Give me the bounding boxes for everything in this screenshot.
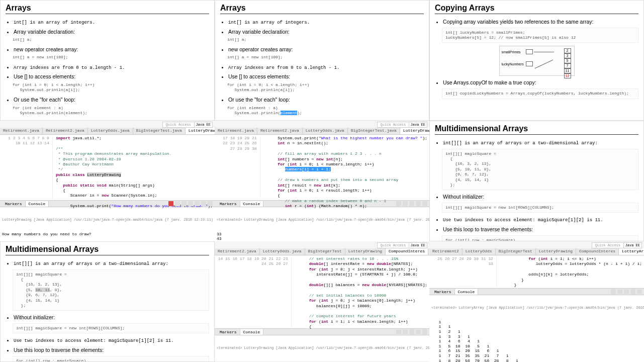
clear-icon[interactable]	[409, 201, 414, 206]
clear-icon[interactable]	[409, 329, 414, 334]
tab-markers[interactable]: Markers	[2, 201, 26, 207]
terminate-icon[interactable]	[611, 289, 616, 294]
slide-title: Arrays	[6, 4, 209, 14]
console-tabs: Markers Console	[429, 288, 644, 295]
tab-console[interactable]: Console	[240, 201, 264, 207]
slide-title: Multidimensional Arrays	[435, 124, 638, 135]
slide-multi-2: Multidimensional Arrays int[][] is an ar…	[0, 241, 215, 362]
tab[interactable]: LotteryDrawing	[345, 248, 386, 255]
tab[interactable]: LotteryOdds.java	[303, 128, 348, 134]
editor-tabs: Retirement2.java LotteryOdds.java BigInt…	[215, 248, 429, 255]
tab[interactable]: BigIntegerTest.java	[133, 128, 186, 134]
terminate-icon[interactable]	[396, 201, 401, 206]
display-icon[interactable]	[208, 201, 213, 206]
perspective-switcher[interactable]: Java EE	[623, 242, 642, 248]
lock-icon[interactable]	[195, 201, 200, 206]
eclipse-panel-2: Quick Access Java EE Retirement.java Ret…	[215, 121, 429, 241]
li: int[] is an array of integers.	[228, 18, 424, 26]
li: Copying array variables yields two refer…	[443, 18, 638, 26]
perspective-switcher[interactable]: Java EE	[409, 122, 427, 128]
tab[interactable]: Retirement2	[429, 248, 463, 255]
code: int[][] magicSquare = new int[ROWS][COLU…	[442, 203, 638, 213]
remove-icon[interactable]	[403, 329, 408, 334]
code: int[] luckyNumbers = smallPrimes; luckyN…	[442, 28, 638, 43]
code: for (int i = 0; i < a.length; i++) Syste…	[227, 82, 424, 93]
remove-icon[interactable]	[617, 289, 622, 294]
quick-access-input[interactable]: Quick Access	[162, 122, 195, 128]
code-content[interactable]: import java.util.*; /** * This program d…	[53, 136, 213, 199]
tab[interactable]: CompoundInteres	[386, 248, 428, 255]
remove-icon[interactable]	[175, 201, 180, 206]
perspective-switcher[interactable]: Java EE	[194, 122, 213, 128]
code-content[interactable]: for (int i = 1; i <= k; i++) lotteryOdds…	[497, 256, 642, 287]
tab-perspective[interactable]: Java EE	[409, 242, 427, 248]
tab-perspective[interactable]: Java EE	[623, 242, 642, 248]
tab[interactable]: LotteryDrawing	[536, 248, 576, 255]
tab[interactable]: BigIntegerTest	[305, 248, 345, 255]
pin-icon[interactable]	[637, 289, 642, 294]
code: for (int[] row : magicSquare) for (int e…	[13, 356, 209, 362]
tab-console[interactable]: Console	[240, 329, 264, 335]
code-editor[interactable]: 25 26 27 28 29 30 31 32 33 for (int i = …	[429, 255, 644, 288]
code-editor[interactable]: 17 18 19 20 21 22 23 24 25 26 27 28 29 3…	[215, 135, 429, 200]
li: Array variable declaration:	[14, 28, 209, 36]
li: Array variable declaration:	[228, 28, 424, 36]
clear-icon[interactable]	[188, 201, 193, 206]
eclipse-panel-4: Quick Access Java EE Retirement2 Lottery…	[429, 241, 644, 362]
li: Use two indexes to access element: magic…	[14, 336, 209, 344]
code-editor[interactable]: 14 15 16 17 18 19 20 21 22 23 24 25 26 2…	[215, 255, 429, 328]
eclipse-panel-1: Quick Access Java EE Retirement.java Ret…	[0, 121, 215, 241]
quick-access-input[interactable]: Quick Access	[377, 242, 409, 248]
tab[interactable]: CompoundInteres	[576, 248, 619, 255]
tab-perspective[interactable]: Java EE	[194, 122, 213, 128]
tab-markers[interactable]: Markers	[217, 201, 240, 207]
tab[interactable]: Retirement.java	[215, 128, 257, 134]
pin-icon[interactable]	[201, 201, 206, 206]
pin-icon[interactable]	[422, 329, 427, 334]
lock-icon[interactable]	[416, 201, 421, 206]
tab-markers[interactable]: Markers	[217, 329, 240, 335]
tab[interactable]: LotteryOdds	[463, 248, 496, 255]
tab[interactable]: Retirement.java	[0, 128, 43, 134]
editor-tabs: Retirement2 LotteryOdds BigIntegerTest L…	[429, 248, 644, 255]
lock-icon[interactable]	[630, 289, 635, 294]
tab-perspective[interactable]: Java EE	[409, 122, 427, 128]
tab[interactable]: BigIntegerTest	[496, 248, 536, 255]
code: int[] a;	[227, 37, 424, 42]
li: Array indexes are from 0 to a.length - 1…	[14, 63, 209, 71]
slide-title: Arrays	[220, 4, 424, 14]
tab[interactable]: Retirement2.java	[43, 128, 88, 134]
remove-all-icon[interactable]	[181, 201, 187, 206]
tab[interactable]: BigIntegerTest.java	[348, 128, 400, 134]
li: Use two indexes to access element: magic…	[443, 216, 638, 224]
code-content[interactable]: System.out.print("What is the highest nu…	[260, 136, 427, 199]
code: int[][] magicSquare = { {16, 3, 2, 13}, …	[13, 269, 209, 311]
code-content[interactable]: // set interest rates to 10 . . . 15% do…	[292, 256, 427, 327]
pin-icon[interactable]	[422, 201, 427, 206]
li: Array indexes are from 0 to a.length - 1…	[228, 63, 424, 71]
tab[interactable]: Retirement2.java	[215, 248, 260, 255]
quick-access-input[interactable]: Quick Access	[592, 242, 624, 248]
clear-icon[interactable]	[624, 289, 629, 294]
quick-access-input[interactable]: Quick Access	[377, 122, 409, 128]
li: Use this loop to traverse the elements:	[14, 346, 209, 354]
line-gutter: 1 2 3 4 5 6 7 8 9 10 11 12 13 14	[2, 136, 53, 199]
tab[interactable]: LotteryOdds.java	[88, 128, 133, 134]
tab-console[interactable]: Console	[455, 289, 479, 295]
terminate-icon[interactable]	[168, 201, 173, 206]
code: int[] copiedLuckyNumbers = Arrays.copyOf…	[442, 88, 638, 99]
terminate-icon[interactable]	[396, 329, 401, 334]
tab-markers[interactable]: Markers	[431, 289, 455, 295]
editor-tabs: Retirement.java Retirement2.java Lottery…	[215, 128, 429, 135]
tab-console[interactable]: Console	[26, 201, 49, 207]
tab[interactable]: LotteryArray.ja	[619, 248, 644, 255]
code: int[] a = new int[100];	[227, 55, 424, 60]
tab[interactable]: LotteryDrawing.java	[186, 128, 215, 134]
tab[interactable]: Retirement2.java	[257, 128, 303, 134]
lock-icon[interactable]	[416, 329, 421, 334]
code-editor[interactable]: 1 2 3 4 5 6 7 8 9 10 11 12 13 14 import …	[0, 135, 215, 200]
remove-icon[interactable]	[403, 201, 408, 206]
tab[interactable]: LotteryOdds.java	[260, 248, 305, 255]
tab[interactable]: LotteryDrawing.java	[400, 128, 429, 134]
perspective-switcher[interactable]: Java EE	[409, 242, 427, 248]
